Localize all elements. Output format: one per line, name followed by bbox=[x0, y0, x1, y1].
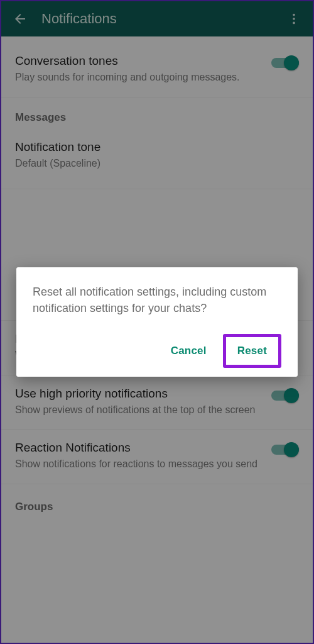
reset-button[interactable]: Reset bbox=[227, 338, 277, 364]
dialog-action-row: Cancel Reset bbox=[33, 334, 281, 368]
cancel-button[interactable]: Cancel bbox=[161, 338, 217, 364]
dialog-message: Reset all notification settings, includi… bbox=[33, 284, 281, 316]
dialog-scrim[interactable]: Reset all notification settings, includi… bbox=[1, 1, 313, 643]
reset-confirmation-dialog: Reset all notification settings, includi… bbox=[16, 267, 298, 377]
annotation-highlight: Reset bbox=[223, 334, 281, 368]
